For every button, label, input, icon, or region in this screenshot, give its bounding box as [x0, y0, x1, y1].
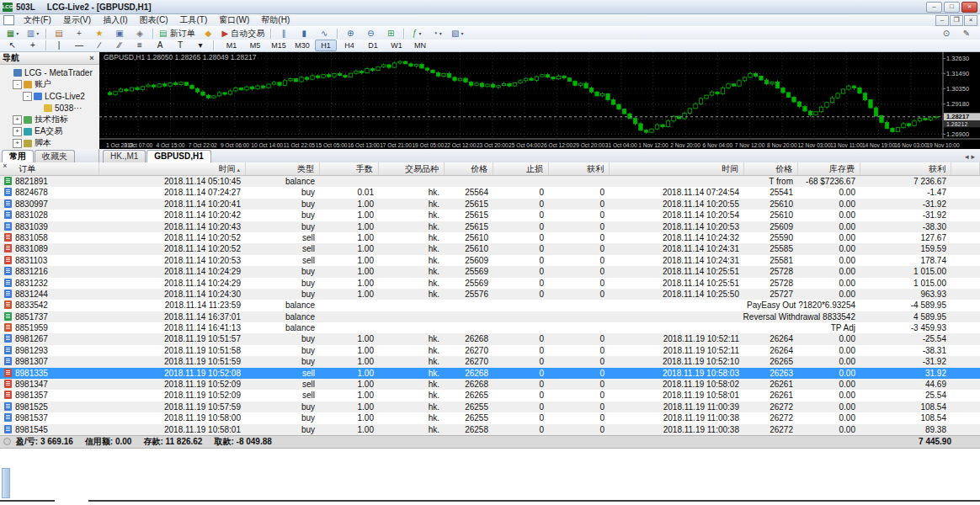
vertical-scrollbar[interactable]: [2, 468, 10, 498]
arrows-button[interactable]: ▾: [191, 40, 210, 52]
metaeditor-button[interactable]: ◆: [199, 27, 217, 40]
tree-toggle-icon[interactable]: -: [13, 80, 22, 89]
tab-scroll-left-icon[interactable]: ◂: [965, 152, 969, 161]
new-order-button[interactable]: ▤新订单: [157, 27, 197, 40]
timeframe-m15-button[interactable]: M15: [268, 40, 290, 51]
nav-tree-item-0[interactable]: LCG - MetaTrader: [0, 66, 99, 78]
child-minimize-button[interactable]: –: [935, 15, 949, 26]
nav-tree-item-2[interactable]: -LCG-Live2: [0, 90, 99, 102]
column-header-4[interactable]: 交易品种: [379, 162, 445, 175]
tab-scroll-right-icon[interactable]: ▸: [971, 152, 975, 161]
line-chart-button[interactable]: ∿: [315, 27, 333, 40]
column-header-11[interactable]: 获利: [860, 162, 951, 175]
order-row-8831028[interactable]: 88310282018.11.14 10:20:42buy1.00hk.2561…: [0, 210, 980, 221]
column-header-10[interactable]: 库存费: [798, 162, 860, 175]
fibonacci-button[interactable]: ≡: [130, 40, 149, 52]
order-row-8851737[interactable]: 88517372018.11.14 16:37:01balanceReversa…: [0, 311, 980, 322]
timeframe-m30-button[interactable]: M30: [291, 40, 313, 51]
crosshair-button[interactable]: +: [24, 40, 42, 52]
column-header-5[interactable]: 价格: [445, 162, 493, 175]
bar-chart-button[interactable]: ∥: [274, 27, 293, 40]
text-button[interactable]: A: [151, 40, 169, 52]
nav-tree-item-3[interactable]: 5038···: [0, 102, 99, 114]
equidistant-channel-button[interactable]: ∕∕: [110, 40, 129, 52]
navigator-close-icon[interactable]: ×: [87, 54, 97, 62]
order-row-8831216[interactable]: 88312162018.11.14 10:24:29buy1.00hk.2556…: [0, 266, 980, 277]
vertical-line-button[interactable]: |: [50, 40, 68, 52]
column-header-6[interactable]: 止损: [493, 162, 549, 175]
menu-item-6[interactable]: 帮助(H): [255, 13, 296, 27]
chart-tab-0[interactable]: HK.,M1: [103, 150, 146, 162]
order-row-8981307[interactable]: 89813072018.11.19 10:51:59buy1.00hk.2627…: [0, 356, 980, 367]
child-restore-button[interactable]: ❐: [950, 15, 963, 26]
order-row-8831103[interactable]: 88311032018.11.14 10:20:53sell1.00hk.256…: [0, 255, 980, 266]
timeframe-mn-button[interactable]: MN: [409, 40, 431, 51]
indicators-button[interactable]: ƒ▾: [407, 27, 426, 40]
order-row-8833542[interactable]: 88335422018.11.14 11:23:59balancePayEasy…: [0, 300, 980, 311]
minimize-button[interactable]: –: [926, 2, 942, 13]
close-button[interactable]: ×: [961, 2, 977, 13]
zoom-out-button[interactable]: ⊖: [361, 27, 380, 40]
chart-area[interactable]: 1 Oct 20183 Oct 07:004 Oct 15:007 Oct 22…: [99, 52, 980, 149]
navigator-button[interactable]: ★: [90, 27, 109, 40]
order-row-8831039[interactable]: 88310392018.11.14 10:20:43buy1.00hk.2561…: [0, 221, 980, 232]
order-row-8981537[interactable]: 89815372018.11.19 10:58:00buy1.00hk.2625…: [0, 412, 980, 423]
order-row-8831089[interactable]: 88310892018.11.14 10:20:52sell1.00hk.256…: [0, 243, 980, 254]
search-button[interactable]: ⊙: [937, 27, 956, 40]
menu-item-3[interactable]: 图表(C): [134, 13, 174, 27]
chart-window-icon[interactable]: [3, 15, 14, 25]
timeframe-m1-button[interactable]: M1: [221, 40, 242, 51]
child-close-button[interactable]: ×: [964, 15, 977, 26]
nav-tree-item-5[interactable]: +EA交易: [0, 125, 99, 137]
navigator-tab-0[interactable]: 常用: [2, 150, 34, 162]
timeframe-h4-button[interactable]: H4: [338, 40, 360, 51]
order-row-8824678[interactable]: 88246782018.11.14 07:24:27buy0.01hk.2556…: [0, 187, 980, 198]
nav-tree-item-1[interactable]: -账户: [0, 78, 99, 90]
order-row-8831244[interactable]: 88312442018.11.14 10:24:30buy1.00hk.2557…: [0, 289, 980, 300]
menu-item-4[interactable]: 工具(T): [173, 13, 213, 27]
navigator-tab-1[interactable]: 收藏夹: [35, 150, 75, 162]
templates-button[interactable]: ▧▾: [448, 27, 466, 40]
order-row-8831232[interactable]: 88312322018.11.14 10:24:29buy1.00hk.2556…: [0, 278, 980, 289]
menu-item-1[interactable]: 显示(V): [57, 13, 97, 27]
column-header-9[interactable]: 价格: [744, 162, 798, 175]
candlestick-chart-button[interactable]: ▮: [295, 27, 313, 40]
profiles-button[interactable]: ▥▾: [24, 27, 42, 40]
profiles-dropdown-icon[interactable]: ▾: [36, 30, 39, 36]
tree-toggle-icon[interactable]: +: [13, 139, 22, 148]
order-row-8830997[interactable]: 88309972018.11.14 10:20:41buy1.00hk.2561…: [0, 199, 980, 210]
new-chart-dropdown-icon[interactable]: ▾: [16, 30, 19, 36]
indicators-dropdown-icon[interactable]: ▾: [418, 30, 421, 36]
column-header-1[interactable]: 时间▴: [99, 162, 246, 175]
order-row-8981293[interactable]: 89812932018.11.19 10:51:58buy1.00hk.2627…: [0, 345, 980, 356]
column-header-3[interactable]: 手数: [320, 162, 379, 175]
column-header-0[interactable]: 订单: [0, 162, 99, 175]
terminal-button[interactable]: ▣: [110, 27, 129, 40]
nav-tree-item-4[interactable]: +技术指标: [0, 114, 99, 125]
periods-button[interactable]: ◔▾: [428, 27, 446, 40]
timeframe-m5-button[interactable]: M5: [244, 40, 266, 51]
nav-tree-item-6[interactable]: +脚本: [0, 137, 99, 149]
periods-dropdown-icon[interactable]: ▾: [439, 30, 442, 36]
horizontal-line-button[interactable]: —: [70, 40, 88, 52]
timeframe-d1-button[interactable]: D1: [362, 40, 384, 51]
text-label-button[interactable]: T: [171, 40, 189, 52]
order-row-8821891[interactable]: 88218912018.11.14 05:10:45balanceT from-…: [0, 176, 980, 187]
data-window-button[interactable]: +: [70, 27, 88, 40]
tree-toggle-icon[interactable]: -: [23, 92, 32, 101]
zoom-in-button[interactable]: ⊕: [341, 27, 360, 40]
autotrading-button[interactable]: ▶自动交易: [219, 27, 267, 40]
timeframe-w1-button[interactable]: W1: [386, 40, 407, 51]
chart-tab-1[interactable]: GBPUSD,H1: [146, 150, 210, 162]
edit-button[interactable]: ✎: [957, 27, 976, 40]
timeframe-h1-button[interactable]: H1: [315, 40, 337, 51]
column-header-2[interactable]: 类型: [246, 162, 320, 175]
tile-windows-button[interactable]: ⊞: [381, 27, 400, 40]
market-watch-button[interactable]: ▤: [50, 27, 68, 40]
menu-item-5[interactable]: 窗口(W): [213, 13, 255, 27]
order-row-8981545[interactable]: 89815452018.11.19 10:58:01buy1.00hk.2625…: [0, 424, 980, 435]
order-row-8831058[interactable]: 88310582018.11.14 10:20:52sell1.00hk.256…: [0, 232, 980, 243]
new-chart-button[interactable]: ▦▾: [3, 27, 22, 40]
menu-item-2[interactable]: 插入(I): [97, 13, 133, 27]
order-row-8981357[interactable]: 89813572018.11.19 10:52:09sell1.00hk.262…: [0, 390, 980, 401]
